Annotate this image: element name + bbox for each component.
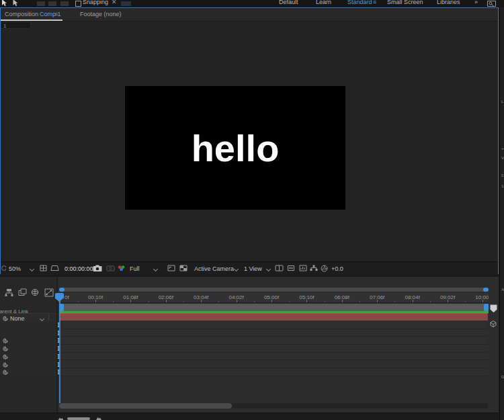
panel-menu-icon[interactable]: ≡ <box>54 11 58 17</box>
mini-flowchart-icon[interactable] <box>310 265 318 271</box>
property-row[interactable]: I <box>59 329 489 337</box>
magnifier-icon[interactable] <box>1 265 6 271</box>
work-area-end-handle[interactable] <box>484 304 489 311</box>
ruler-tick <box>237 300 237 302</box>
leftcol-row <box>0 345 56 353</box>
snapping-checkbox[interactable] <box>75 1 81 7</box>
workspace-tab-default[interactable]: Default <box>279 0 298 5</box>
ruler-tick <box>130 300 131 302</box>
magnification-select[interactable]: 50% <box>9 265 21 272</box>
time-ruler[interactable]: 0f00:10f01:08f02:06f03:04f04:02f05:00f05… <box>59 293 489 303</box>
viewer-controls-bar: 50% 0:00:00:00 Full <box>1 261 498 275</box>
composition-viewport[interactable]: hello <box>125 86 345 210</box>
zoom-in-icon[interactable] <box>95 416 102 420</box>
time-navigator[interactable] <box>59 288 489 292</box>
chevron-down-icon[interactable] <box>266 267 271 271</box>
toggle-view-layout-icon[interactable] <box>275 265 284 271</box>
workspace-tab-standard[interactable]: Standard <box>347 0 372 5</box>
graph-editor-icon[interactable] <box>44 288 54 297</box>
workspace-overflow-icon[interactable]: » <box>474 0 478 5</box>
timeline-zoom-slider[interactable] <box>67 417 90 420</box>
chevron-down-icon[interactable] <box>153 267 158 271</box>
pick-whip-icon[interactable] <box>2 337 9 344</box>
ruler-minor-tick <box>78 301 79 302</box>
exposure-value[interactable]: +0.0 <box>331 265 343 272</box>
chevron-down-icon[interactable] <box>234 267 239 271</box>
timeline-scroll-thumb[interactable] <box>59 403 232 409</box>
zoom-out-icon[interactable] <box>58 416 64 420</box>
ground-plane-icon[interactable] <box>121 1 131 6</box>
show-snapshot-icon[interactable] <box>106 265 115 271</box>
ruler-minor-tick <box>289 301 290 302</box>
pixel-aspect-icon[interactable] <box>287 265 295 271</box>
pick-whip-icon[interactable] <box>2 353 9 360</box>
property-row[interactable]: I <box>59 337 489 345</box>
draft-3d-icon[interactable] <box>31 288 39 296</box>
workspace-menu-icon[interactable]: ≡ <box>373 0 376 5</box>
layer-duration-bar[interactable] <box>59 313 488 321</box>
timeline-zoom-bar <box>0 413 499 420</box>
playhead-handle[interactable] <box>55 293 64 298</box>
property-row[interactable]: I <box>59 368 489 376</box>
ruler-minor-tick <box>394 301 395 302</box>
clipped-text-fragment: L <box>501 99 503 103</box>
after-effects-window: Snapping ✕ DefaultLearnStandardSmall Scr… <box>0 0 504 420</box>
tab-composition[interactable]: Composition <box>5 11 38 17</box>
property-rows: IIIIIII <box>59 321 489 377</box>
3d-view-select[interactable]: Active Camera <box>194 265 234 272</box>
playhead-line[interactable] <box>59 293 60 403</box>
ruler-tick <box>448 300 448 302</box>
resolution-select[interactable]: Full <box>130 265 140 272</box>
view-layout-select[interactable]: 1 View <box>244 265 262 272</box>
region-of-interest-icon[interactable] <box>167 265 175 271</box>
property-row[interactable]: I <box>59 361 489 369</box>
comp-marker-bin-icon[interactable] <box>489 304 498 313</box>
property-row[interactable]: I <box>59 353 489 361</box>
pick-whip-icon[interactable] <box>2 362 9 368</box>
workspace-tab-libraries[interactable]: Libraries <box>437 0 460 5</box>
shape-tool-icon[interactable] <box>37 1 45 6</box>
workspace-tab-learn[interactable]: Learn <box>316 0 331 5</box>
text-tool-icon[interactable] <box>60 1 69 6</box>
ruler-tick <box>271 300 272 302</box>
work-area-bar[interactable] <box>59 304 489 311</box>
ruler-minor-tick <box>218 301 219 302</box>
workspace-tab-small-screen[interactable]: Small Screen <box>387 0 423 5</box>
grid-guides-icon[interactable] <box>40 265 47 271</box>
pick-whip-icon[interactable] <box>2 345 9 352</box>
frame-blending-icon[interactable] <box>18 288 27 296</box>
snap-options-close-icon[interactable]: ✕ <box>112 0 117 5</box>
property-row[interactable]: I <box>59 321 489 329</box>
ruler-minor-tick <box>254 301 255 302</box>
ruler-tick <box>342 300 343 302</box>
timeline-scrollbar[interactable] <box>59 403 489 409</box>
timeline-panel: Parent & Link None 0f00:10f01:08f02:06f0… <box>0 277 499 420</box>
chevron-down-icon[interactable] <box>30 267 34 271</box>
leftcol-row <box>0 321 56 329</box>
ruler-tick <box>413 300 413 302</box>
chevron-down-icon[interactable] <box>40 317 44 321</box>
pen-tool-icon[interactable] <box>48 1 56 6</box>
search-workspace-icon[interactable] <box>487 1 496 7</box>
navigator-end-handle[interactable] <box>483 288 489 292</box>
clipped-text-fragment: + <box>501 146 504 151</box>
tab-footage[interactable]: Footage (none) <box>80 11 122 17</box>
current-time-display[interactable]: 0:00:00:00 <box>65 265 93 272</box>
ruler-tick <box>95 300 96 302</box>
comp-flowchart-icon[interactable] <box>4 288 14 297</box>
selection-tool-icon[interactable] <box>1 0 7 7</box>
pick-whip-icon[interactable] <box>2 369 9 376</box>
exposure-icon[interactable] <box>321 265 328 272</box>
navigator-start-handle[interactable] <box>59 288 65 292</box>
show-channels-icon[interactable] <box>117 265 126 271</box>
fast-previews-icon[interactable] <box>299 265 307 271</box>
viewer-badge: 1 <box>1 22 31 29</box>
transparency-grid-icon[interactable] <box>179 265 187 271</box>
snapshot-camera-icon[interactable] <box>93 265 102 272</box>
property-row[interactable]: I <box>59 345 489 353</box>
hand-tool-icon[interactable] <box>12 0 19 7</box>
active-tab-underline <box>1 19 62 21</box>
comp-button-icon[interactable] <box>489 320 497 328</box>
clipped-text-fragment: V <box>501 156 504 160</box>
safe-margins-icon[interactable] <box>50 265 59 271</box>
